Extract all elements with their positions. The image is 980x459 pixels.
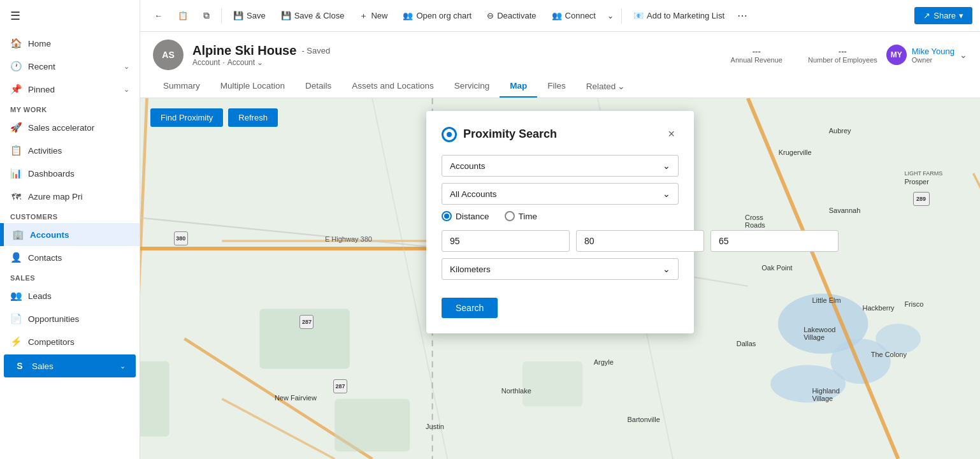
- tab-servicing[interactable]: Servicing: [444, 76, 500, 98]
- record-type: Account · Account ⌄: [192, 58, 722, 67]
- hamburger-menu[interactable]: ☰: [0, 0, 140, 32]
- sidebar-item-pinned[interactable]: 📌 Pinned ⌄: [0, 78, 140, 101]
- new-button[interactable]: ＋ New: [353, 7, 394, 25]
- more-icon: ⋯: [737, 10, 747, 21]
- toolbar-dropdown-button[interactable]: ⌄: [605, 9, 616, 23]
- save-button[interactable]: 💾 Save: [227, 8, 272, 24]
- notes-button[interactable]: 📋: [171, 8, 194, 24]
- open-new-button[interactable]: ⧉: [197, 7, 216, 24]
- sidebar-item-azure-map[interactable]: 🗺 Azure map Pri: [0, 185, 140, 208]
- opportunities-icon: 📄: [10, 313, 22, 324]
- save-close-icon: 💾: [281, 11, 291, 20]
- distance-label: Distance: [456, 212, 489, 221]
- search-button[interactable]: Search: [442, 298, 498, 318]
- record-header: AS Alpine Ski House - Saved Account · Ac…: [140, 32, 980, 98]
- modal-title: Proximity Search: [463, 127, 658, 141]
- value2-input[interactable]: [576, 230, 704, 252]
- record-saved-badge: - Saved: [301, 46, 330, 55]
- tab-summary[interactable]: Summary: [153, 76, 210, 98]
- open-org-chart-button[interactable]: 👥 Open org chart: [396, 8, 478, 24]
- sidebar-item-label: Sales accelerator: [28, 123, 94, 133]
- proximity-search-modal: Proximity Search × Accounts ⌄ All Accoun…: [426, 111, 694, 333]
- sidebar-item-label: Home: [28, 39, 51, 48]
- distance-radio[interactable]: Distance: [442, 211, 489, 221]
- divider: [621, 8, 622, 24]
- back-button[interactable]: ←: [148, 8, 169, 24]
- share-button[interactable]: ↗ Share ▾: [914, 7, 972, 24]
- deactivate-label: Deactivate: [497, 11, 536, 20]
- sales-icon: S: [14, 360, 25, 372]
- value3-input[interactable]: [710, 230, 839, 252]
- sidebar-item-sales[interactable]: S Sales ⌄: [4, 354, 136, 377]
- share-chevron-icon: ▾: [959, 11, 963, 20]
- activities-icon: 📋: [10, 145, 22, 156]
- record-name-text: Alpine Ski House: [192, 43, 296, 58]
- record-type-text: Account: [192, 58, 220, 67]
- map-background: Aubrey Krugerville LIGHT FARMS CrossRoad…: [140, 98, 980, 459]
- record-meta: --- Annual Revenue --- Number of Employe…: [731, 47, 877, 64]
- section-sales: Sales: [0, 269, 140, 284]
- sidebar-item-contacts[interactable]: 👤 Contacts: [0, 246, 140, 269]
- tab-multiple-location[interactable]: Multiple Location: [210, 76, 295, 98]
- add-marketing-button[interactable]: 📧 Add to Marketing List: [627, 8, 731, 24]
- pin-icon: 📌: [10, 84, 22, 95]
- sidebar-item-label: Contacts: [28, 253, 62, 263]
- tab-files[interactable]: Files: [537, 76, 576, 98]
- annual-revenue-value: ---: [731, 47, 782, 56]
- owner-name[interactable]: Mike Young: [912, 47, 955, 56]
- entity-select[interactable]: Accounts ⌄: [442, 155, 679, 177]
- tab-details[interactable]: Details: [295, 76, 342, 98]
- deactivate-button[interactable]: ⊖ Deactivate: [480, 8, 542, 24]
- sidebar-item-recent[interactable]: 🕐 Recent ⌄: [0, 55, 140, 78]
- tab-related[interactable]: Related ⌄: [576, 76, 636, 98]
- modal-overlay: Proximity Search × Accounts ⌄ All Accoun…: [140, 98, 980, 459]
- sidebar-item-home[interactable]: 🏠 Home: [0, 32, 140, 55]
- org-chart-icon: 👥: [403, 11, 413, 20]
- sidebar: ☰ 🏠 Home 🕐 Recent ⌄ 📌 Pinned ⌄ My Work 🚀…: [0, 0, 140, 459]
- chevron-down-icon: ⌄: [124, 85, 129, 94]
- sidebar-item-leads[interactable]: 👥 Leads: [0, 284, 140, 307]
- sidebar-item-activities[interactable]: 📋 Activities: [0, 139, 140, 162]
- section-my-work: My Work: [0, 101, 140, 116]
- tab-assets-locations[interactable]: Assets and Locations: [342, 76, 443, 98]
- chevron-down-icon: ⌄: [124, 62, 129, 71]
- time-radio[interactable]: Time: [505, 211, 538, 221]
- back-icon: ←: [154, 11, 162, 20]
- deactivate-icon: ⊖: [487, 11, 494, 20]
- value1-input[interactable]: [442, 230, 570, 252]
- record-title-area: Alpine Ski House - Saved Account · Accou…: [192, 43, 722, 67]
- dashboard-icon: 📊: [10, 168, 22, 179]
- save-close-button[interactable]: 💾 Save & Close: [275, 8, 351, 24]
- sidebar-item-label: Pinned: [28, 85, 55, 94]
- marketing-icon: 📧: [633, 11, 644, 20]
- sidebar-item-label: Activities: [28, 146, 62, 156]
- share-label: Share: [933, 11, 956, 20]
- record-type-dropdown[interactable]: Account ⌄: [227, 58, 263, 67]
- more-options-button[interactable]: ⋯: [733, 6, 751, 25]
- tab-map[interactable]: Map: [500, 76, 537, 98]
- sidebar-item-opportunities[interactable]: 📄 Opportunities: [0, 307, 140, 330]
- connect-icon: 👥: [552, 11, 562, 20]
- distance-radio-circle: [442, 211, 452, 221]
- sidebar-item-dashboards[interactable]: 📊 Dashboards: [0, 162, 140, 185]
- modal-close-button[interactable]: ×: [664, 126, 679, 142]
- chevron-down-icon: ⌄: [617, 81, 625, 91]
- sidebar-item-accounts[interactable]: 🏢 Accounts: [0, 223, 140, 246]
- annual-revenue-label: Annual Revenue: [731, 56, 782, 64]
- unit-select[interactable]: Kilometers ⌄: [442, 258, 679, 280]
- view-select[interactable]: All Accounts ⌄: [442, 183, 679, 205]
- connect-button[interactable]: 👥 Connect: [545, 8, 602, 24]
- avatar: AS: [153, 40, 184, 70]
- time-label: Time: [519, 212, 538, 221]
- accounts-icon: 🏢: [12, 229, 24, 240]
- recent-icon: 🕐: [10, 61, 22, 72]
- owner-chevron-icon[interactable]: ⌄: [960, 50, 967, 60]
- hamburger-icon: ☰: [10, 10, 20, 22]
- proximity-icon: [442, 127, 457, 142]
- inputs-row: [442, 230, 679, 252]
- record-name: Alpine Ski House - Saved: [192, 43, 722, 58]
- map-area: Aubrey Krugerville LIGHT FARMS CrossRoad…: [140, 98, 980, 459]
- sidebar-item-sales-accelerator[interactable]: 🚀 Sales accelerator: [0, 116, 140, 139]
- sidebar-item-competitors[interactable]: ⚡ Competitors: [0, 330, 140, 353]
- add-marketing-label: Add to Marketing List: [647, 11, 724, 20]
